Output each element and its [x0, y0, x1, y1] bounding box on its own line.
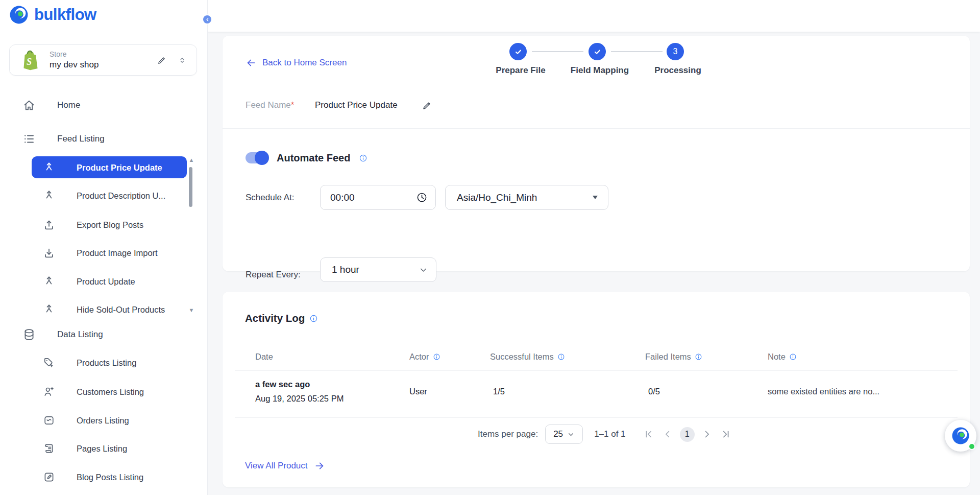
- chat-logo-icon: [951, 427, 970, 445]
- current-page-button[interactable]: 1: [680, 427, 695, 442]
- feed-merge-icon: [43, 275, 55, 288]
- info-icon[interactable]: [695, 353, 702, 361]
- sidebar-item-blog-posts-listing[interactable]: Blog Posts Listing: [0, 466, 208, 488]
- sidebar-item-label: Feed Listing: [57, 134, 105, 144]
- schedule-time-input[interactable]: 00:00: [320, 185, 436, 210]
- back-to-home-link[interactable]: Back to Home Screen: [246, 57, 347, 68]
- page-size-select[interactable]: 25: [545, 425, 583, 444]
- scrollbar-thumb[interactable]: [189, 167, 192, 207]
- column-header-date: Date: [255, 352, 273, 362]
- required-asterisk: *: [291, 100, 295, 110]
- brand-name: bulkflow: [34, 6, 96, 24]
- sidebar-item-label: Data Listing: [57, 329, 103, 340]
- sidebar-item-hide-sold-out-products[interactable]: Hide Sold-Out Products: [0, 298, 208, 321]
- automate-feed-toggle[interactable]: [246, 152, 268, 163]
- column-header-note: Note: [768, 352, 797, 362]
- automate-feed-row: Automate Feed: [246, 147, 368, 169]
- sidebar-item-label: Home: [57, 100, 80, 110]
- repeat-every-label: Repeat Every:: [246, 270, 301, 280]
- timezone-value: Asia/Ho_Chi_Minh: [457, 192, 537, 203]
- check-icon: [593, 47, 602, 57]
- sidebar-item-label: Products Listing: [77, 358, 136, 368]
- schedule-at-label: Schedule At:: [246, 193, 294, 203]
- step-connector: [532, 51, 583, 52]
- feed-merge-icon: [43, 190, 55, 202]
- sidebar-item-label: Export Blog Posts: [77, 220, 143, 230]
- sidebar-item-label: Hide Sold-Out Products: [77, 305, 165, 315]
- feed-merge-icon: [43, 303, 55, 316]
- check-icon: [513, 47, 523, 57]
- first-page-icon[interactable]: [643, 429, 654, 440]
- column-header-successful-items: Successful Items: [490, 352, 565, 362]
- back-link-label: Back to Home Screen: [262, 58, 347, 68]
- edit-pencil-icon[interactable]: [422, 100, 432, 111]
- bulkflow-app: H bulkflow S: [0, 0, 980, 495]
- info-icon[interactable]: [433, 353, 440, 361]
- table-header-divider: [235, 370, 958, 371]
- sidebar-item-label: Product Update: [77, 277, 135, 287]
- sidebar-item-product-update[interactable]: Product Update: [0, 270, 208, 293]
- sidebar-item-product-price-update[interactable]: Product Price Update: [0, 156, 187, 179]
- step-processing[interactable]: 3: [667, 43, 684, 60]
- main-content: Back to Home Screen 3: [208, 32, 980, 495]
- sidebar-item-label: Product Description U...: [77, 191, 165, 201]
- scroll-up-icon[interactable]: ▲: [188, 156, 195, 163]
- sidebar-item-feed-listing[interactable]: Feed Listing: [0, 128, 208, 150]
- sidebar-item-pages-listing[interactable]: Pages Listing: [0, 437, 208, 460]
- step-field-mapping[interactable]: [589, 43, 606, 60]
- database-icon: [22, 328, 36, 341]
- person-plus-icon: [43, 386, 55, 398]
- store-edit-pencil-icon[interactable]: [157, 55, 167, 65]
- toggle-knob: [255, 151, 269, 165]
- sidebar-item-home[interactable]: Home: [0, 94, 208, 116]
- store-selector[interactable]: S Store my dev shop: [9, 44, 197, 76]
- shopify-icon: S: [19, 49, 40, 72]
- previous-page-icon[interactable]: [662, 429, 673, 440]
- chevron-left-icon: [205, 17, 210, 22]
- sidebar-item-label: Blog Posts Listing: [77, 473, 143, 482]
- next-page-icon[interactable]: [701, 429, 713, 440]
- info-icon[interactable]: [309, 314, 318, 323]
- column-header-failed-items: Failed Items: [645, 352, 702, 362]
- sidebar-item-data-listing[interactable]: Data Listing: [0, 323, 208, 346]
- sidebar-item-export-blog-posts[interactable]: Export Blog Posts: [0, 214, 208, 236]
- brand-logo[interactable]: bulkflow: [9, 5, 96, 25]
- sidebar: bulkflow S Store my dev shop: [0, 0, 208, 495]
- online-status-dot: [968, 443, 975, 450]
- chat-widget-button[interactable]: [945, 420, 976, 452]
- view-all-product-link[interactable]: View All Product: [245, 460, 325, 472]
- timezone-select[interactable]: Asia/Ho_Chi_Minh: [445, 185, 608, 210]
- arrow-left-icon: [246, 57, 257, 68]
- clock-icon[interactable]: [416, 192, 428, 203]
- sidebar-item-product-image-import[interactable]: Product Image Import: [0, 242, 208, 264]
- step-prepare-file[interactable]: [509, 43, 527, 60]
- last-page-icon[interactable]: [720, 429, 731, 440]
- log-actor: User: [409, 387, 427, 396]
- info-icon[interactable]: [557, 353, 565, 361]
- log-successful-items: 1/5: [493, 387, 505, 396]
- log-failed-items: 0/5: [648, 387, 660, 396]
- bulkflow-logo-icon: [9, 5, 29, 25]
- log-date-absolute: Aug 19, 2025 05:25 PM: [255, 394, 344, 404]
- sidebar-collapse-button[interactable]: [202, 14, 212, 25]
- sidebar-item-label: Product Price Update: [77, 163, 162, 173]
- scroll-down-icon[interactable]: ▼: [188, 307, 195, 314]
- step-connector: [611, 51, 663, 52]
- pages-scroll-icon: [43, 442, 55, 455]
- store-unfold-icon[interactable]: [178, 56, 186, 64]
- repeat-every-select[interactable]: 1 hour: [320, 257, 436, 282]
- sidebar-item-products-listing[interactable]: Products Listing: [0, 351, 208, 374]
- section-divider: [223, 128, 970, 129]
- sidebar-item-customers-listing[interactable]: Customers Listing: [0, 381, 208, 403]
- column-header-actor: Actor: [409, 352, 440, 362]
- table-row-divider: [235, 417, 958, 418]
- sidebar-item-label: Pages Listing: [77, 444, 127, 454]
- info-icon[interactable]: [359, 154, 368, 162]
- sidebar-item-orders-listing[interactable]: Orders Listing: [0, 409, 208, 432]
- svg-text:S: S: [27, 57, 32, 67]
- sidebar-item-label: Product Image Import: [77, 248, 158, 258]
- schedule-time-value: 00:00: [330, 192, 355, 203]
- page-range-label: 1–1 of 1: [594, 429, 625, 439]
- info-icon[interactable]: [789, 353, 797, 361]
- sidebar-item-product-description-update[interactable]: Product Description U...: [0, 184, 208, 207]
